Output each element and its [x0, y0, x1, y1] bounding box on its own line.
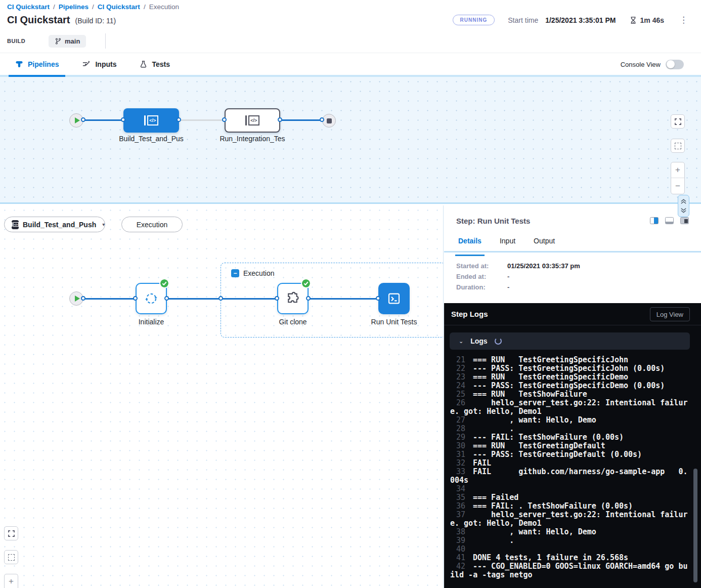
canvas-zoom-controls: + −	[671, 162, 685, 194]
edge-stage1-stage2	[179, 119, 225, 121]
log-line: 24--- PASS: TestGreetingSpecificDemo (0.…	[450, 382, 688, 390]
header-divider	[105, 33, 106, 49]
step-label: Run Unit Tests	[338, 318, 444, 326]
log-line: 26 hello_server_test.go:22: Intentional …	[450, 399, 688, 416]
logs-section-label: Logs	[470, 337, 487, 345]
tab-input[interactable]: Input	[500, 237, 515, 251]
stage-selector-dropdown[interactable]: </> Build_Test_and_Push ▾	[4, 217, 105, 232]
step-node-initialize[interactable]	[136, 283, 167, 314]
port	[121, 117, 125, 122]
panel-layout-switcher	[650, 217, 689, 224]
more-menu-icon[interactable]: ⋮	[677, 16, 690, 24]
console-view-toggle[interactable]	[666, 60, 684, 69]
port	[177, 117, 181, 122]
log-line: 32FAIL	[450, 459, 688, 468]
fullscreen-icon	[8, 530, 15, 537]
step-label: Git clone	[237, 318, 348, 326]
marquee-select-icon	[675, 143, 681, 149]
zoom-in-button[interactable]: +	[4, 574, 18, 588]
breadcrumb-link-project[interactable]: CI Quickstart	[7, 3, 50, 11]
log-scrollbar-thumb[interactable]	[693, 469, 697, 582]
step-logs-panel: Step Logs Log View ⌄ Logs 21=== RUN Test…	[444, 303, 701, 588]
edge-start-stage1	[81, 119, 125, 121]
collapse-group-icon[interactable]: −	[231, 269, 239, 277]
pipeline-end-node[interactable]	[322, 114, 336, 128]
build-id: (Build ID: 11)	[75, 17, 116, 25]
step-graph-canvas[interactable]: </> Build_Test_and_Push ▾ Execution − Ex…	[0, 205, 444, 588]
layout-bottom-view-icon[interactable]	[665, 217, 674, 224]
stage-label: Build_Test_and_Pus	[96, 135, 207, 143]
duration-label: Duration:	[456, 283, 507, 291]
step-panel-tabs: Details Input Output	[444, 237, 701, 253]
log-lines: 21=== RUN TestGreetingSpecificJohn22--- …	[450, 356, 688, 579]
log-line: 25=== RUN TestShowFailure	[450, 390, 688, 399]
loading-spinner-icon	[495, 338, 502, 345]
tab-details[interactable]: Details	[458, 237, 481, 251]
breadcrumb-link-pipelines[interactable]: Pipelines	[59, 3, 89, 11]
play-icon	[75, 117, 80, 123]
canvas-fullscreen-button[interactable]	[4, 526, 18, 540]
stage-node-run-integration-test[interactable]: </>	[225, 108, 280, 133]
ci-stage-icon: </>	[245, 115, 259, 125]
chevron-double-down-icon	[680, 207, 687, 214]
breadcrumb-link-pipeline[interactable]: CI Quickstart	[98, 3, 140, 11]
layout-split-view-icon[interactable]	[650, 217, 659, 224]
stage-node-build-test-and-push[interactable]: </>	[123, 108, 179, 133]
execution-view-button[interactable]: Execution	[121, 217, 183, 232]
group-label: Execution	[243, 269, 274, 277]
log-view-button[interactable]: Log View	[650, 307, 690, 321]
ci-stage-chip-icon: </>	[12, 220, 19, 229]
canvas-select-button[interactable]	[4, 550, 18, 564]
play-icon	[75, 296, 80, 302]
zoom-out-button[interactable]: −	[671, 178, 684, 194]
pipeline-icon	[15, 60, 23, 68]
breadcrumb: CI Quickstart/Pipelines/CI Quickstart/Ex…	[7, 3, 179, 11]
flask-icon	[140, 60, 147, 68]
log-line: 29--- FAIL: TestShowFailure (0.00s)	[450, 433, 688, 442]
caret-down-icon: ▾	[102, 222, 105, 227]
log-line: 30=== RUN TestGreetingDefault	[450, 442, 688, 450]
log-line: 33FAIL github.com/harness/go-sample-app …	[450, 468, 688, 485]
success-check-icon	[160, 279, 168, 287]
git-branch-icon	[55, 37, 62, 45]
main-tabbar: Pipelines Inputs Tests Console View	[0, 53, 701, 77]
canvas-fullscreen-button[interactable]	[671, 114, 685, 129]
step-node-run-unit-tests[interactable]	[378, 283, 410, 314]
branch-name: main	[65, 37, 80, 45]
layout-minimized-view-icon[interactable]	[680, 217, 689, 224]
log-line: 31--- PASS: TestGreetingDefault (0.00s)	[450, 450, 688, 459]
log-line: 38 , want: Hello, Demo	[450, 528, 688, 536]
port	[278, 117, 282, 122]
canvas-select-button[interactable]	[671, 139, 685, 153]
started-at-label: Started at:	[456, 262, 507, 270]
log-line: 27 , want: Hello, Demo	[450, 416, 688, 425]
success-check-icon	[302, 279, 310, 287]
step-logs-title: Step Logs	[451, 310, 488, 318]
logs-section-accordion[interactable]: ⌄ Logs	[450, 332, 690, 350]
log-line: 36=== FAIL: . TestShowFailure (0.00s)	[450, 502, 688, 511]
breadcrumb-current: Execution	[149, 3, 179, 11]
port	[133, 296, 138, 301]
log-line: 39 .	[450, 536, 688, 545]
panel-collapse-control[interactable]	[678, 195, 689, 217]
tab-output[interactable]: Output	[534, 237, 555, 251]
build-label: BUILD	[7, 38, 49, 44]
stage-graph-canvas[interactable]: </> Build_Test_and_Pus </> Run_Integrati…	[0, 77, 701, 204]
zoom-in-button[interactable]: +	[671, 162, 684, 178]
step-details-panel: Step: Run Unit Tests Details Input Outpu…	[444, 205, 701, 588]
tab-pipelines[interactable]: Pipelines	[15, 53, 59, 75]
log-line: 22--- PASS: TestGreetingSpecificJohn (0.…	[450, 364, 688, 373]
step-node-git-clone[interactable]	[277, 283, 309, 314]
branch-pill[interactable]: main	[49, 35, 86, 48]
status-badge: RUNNING	[453, 15, 495, 25]
stop-icon	[327, 118, 332, 123]
stage-label: Run_Integration_Tes	[197, 135, 308, 143]
duration-value: -	[507, 283, 509, 291]
step-label: Initialize	[96, 318, 207, 326]
start-time-value: 1/25/2021 3:35:01 PM	[545, 16, 616, 24]
tab-tests[interactable]: Tests	[140, 53, 170, 75]
port	[376, 296, 380, 301]
port	[81, 296, 85, 301]
ended-at-label: Ended at:	[456, 273, 507, 280]
tab-inputs[interactable]: Inputs	[82, 53, 116, 75]
